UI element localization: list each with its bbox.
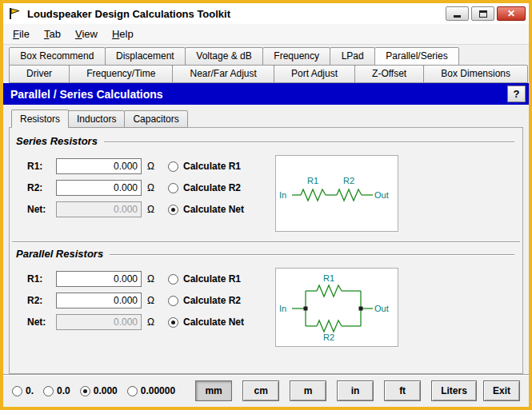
series-section-header: Series Resistors (16, 135, 514, 147)
series-r2-row: R2: Ω Calculate R2 (27, 180, 275, 196)
tab-z-offset[interactable]: Z-Offset (354, 65, 424, 83)
parallel-calc-r1-radio[interactable] (168, 274, 178, 285)
minimize-button[interactable] (446, 6, 469, 21)
unit-cm-button[interactable]: cm (242, 380, 279, 401)
series-calc-net-radio-label[interactable]: Calculate Net (183, 204, 244, 215)
series-diagram-in-label: In (279, 190, 286, 200)
parallel-r2-input[interactable] (56, 293, 142, 308)
parallel-calc-r1-radio-label[interactable]: Calculate R1 (183, 273, 241, 285)
series-diagram-out-label: Out (374, 190, 389, 200)
series-section-title: Series Resistors (16, 135, 98, 147)
sub-tabs: Resistors Inductors Capacitors (3, 105, 529, 128)
parallel-r1-label: R1: (27, 273, 56, 285)
series-calc-r2-radio[interactable] (168, 183, 178, 193)
parallel-circuit-diagram: In R1 R2 Out (275, 268, 398, 347)
tab-frequency-time[interactable]: Frequency/Time (69, 65, 173, 83)
exit-button[interactable]: Exit (483, 380, 520, 401)
parallel-section-title: Parallel Resistors (16, 248, 103, 260)
subtab-resistors[interactable]: Resistors (11, 109, 69, 128)
parallel-net-label: Net: (27, 316, 56, 328)
parallel-title-rule (110, 254, 514, 256)
series-calc-r1-radio[interactable] (168, 161, 178, 172)
precision-1-label[interactable]: 0.0 (57, 385, 70, 396)
parallel-net-input[interactable] (56, 314, 142, 330)
maximize-button[interactable] (471, 6, 494, 21)
unit-m-button[interactable]: m (290, 380, 326, 401)
precision-0-radio[interactable] (12, 386, 22, 396)
precision-option-1: 0.0 (43, 385, 70, 396)
parallel-calc-net-radio-label[interactable]: Calculate Net (183, 316, 244, 328)
precision-2-radio[interactable] (80, 386, 90, 396)
menu-tab[interactable]: Tab (37, 25, 68, 43)
tab-port-adjust[interactable]: Port Adjust (274, 65, 355, 83)
titlebar: Loudspeaker Design Calculations Toolkit … (3, 3, 529, 24)
parallel-r1-row: R1: Ω Calculate R1 (27, 271, 275, 287)
tab-box-recommend[interactable]: Box Recommend (9, 47, 106, 66)
parallel-net-unit: Ω (147, 316, 154, 328)
tab-frequency[interactable]: Frequency (262, 47, 330, 66)
tab-displacement[interactable]: Displacement (105, 47, 186, 66)
menu-file[interactable]: File (6, 25, 37, 43)
tab-near-far-adjust[interactable]: Near/Far Adjust (172, 65, 274, 83)
unit-in-button[interactable]: in (337, 380, 374, 401)
series-net-input[interactable] (56, 201, 142, 217)
precision-2-label[interactable]: 0.000 (94, 385, 118, 396)
subtab-inductors[interactable]: Inductors (68, 110, 125, 128)
menu-help[interactable]: Help (105, 25, 141, 43)
series-calc-net-radio[interactable] (168, 205, 178, 215)
precision-option-2: 0.000 (80, 385, 118, 396)
series-r2-label: R2: (27, 182, 56, 193)
maximize-icon (479, 10, 487, 18)
unit-ft-button[interactable]: ft (384, 380, 421, 401)
subtab-capacitors[interactable]: Capacitors (124, 110, 187, 128)
precision-option-0: 0. (12, 385, 34, 396)
parallel-r2-row: R2: Ω Calculate R2 (27, 293, 275, 308)
section-separator (12, 241, 520, 243)
bottom-toolbar: 0. 0.0 0.000 0.00000 mm cm m in ft Liter… (3, 374, 529, 407)
series-r2-input[interactable] (56, 180, 142, 196)
tab-driver[interactable]: Driver (9, 65, 70, 83)
series-net-row: Net: Ω Calculate Net (27, 201, 275, 217)
parallel-diagram-r2-label: R2 (323, 332, 334, 342)
series-r1-input[interactable] (56, 158, 142, 174)
tab-voltage-db[interactable]: Voltage & dB (185, 47, 263, 66)
parallel-calc-net-radio[interactable] (168, 317, 178, 328)
close-icon: ✕ (507, 9, 515, 18)
app-flag-icon (8, 7, 22, 20)
tab-row-1: Box Recommend Displacement Voltage & dB … (9, 47, 458, 66)
tab-parallel-series[interactable]: Parallel/Series (374, 47, 459, 66)
precision-0-label[interactable]: 0. (26, 385, 34, 396)
parallel-r1-input[interactable] (56, 271, 142, 287)
precision-3-radio[interactable] (127, 386, 138, 396)
parallel-diagram-r1-label: R1 (323, 273, 334, 283)
precision-3-label[interactable]: 0.00000 (141, 385, 175, 396)
parallel-calc-r2-radio-label[interactable]: Calculate R2 (183, 295, 241, 306)
series-calc-r2-radio-label[interactable]: Calculate R2 (183, 182, 241, 193)
help-button[interactable]: ? (507, 86, 526, 102)
menu-view[interactable]: View (68, 25, 105, 43)
menubar: File Tab View Help (3, 24, 529, 45)
parallel-r2-label: R2: (27, 295, 56, 306)
parallel-diagram-in-label: In (279, 304, 286, 313)
tab-lpad[interactable]: LPad (330, 47, 375, 66)
precision-1-radio[interactable] (43, 386, 54, 396)
series-calc-r1-radio-label[interactable]: Calculate R1 (183, 161, 241, 172)
series-r1-label: R1: (27, 161, 56, 172)
parallel-fields: R1: Ω Calculate R1 R2: Ω Calculate R2 Ne… (10, 268, 275, 336)
close-button[interactable]: ✕ (497, 6, 526, 21)
precision-option-3: 0.00000 (127, 385, 175, 396)
series-net-label: Net: (27, 204, 56, 215)
main-tabs: Box Recommend Displacement Voltage & dB … (3, 45, 529, 83)
series-circuit-diagram: In R1 R2 Out (275, 155, 398, 232)
unit-liters-button[interactable]: Liters (431, 380, 477, 401)
page-header: Parallel / Series Calculations ? (3, 83, 529, 105)
app-window: Loudspeaker Design Calculations Toolkit … (0, 0, 532, 410)
tab-box-dimensions[interactable]: Box Dimensions (423, 65, 528, 83)
tab-row-2: Driver Frequency/Time Near/Far Adjust Po… (9, 65, 527, 83)
unit-mm-button[interactable]: mm (195, 380, 232, 401)
parallel-r2-unit: Ω (147, 295, 154, 306)
series-diagram-r2-label: R2 (343, 176, 354, 185)
resistors-panel: Series Resistors R1: Ω Calculate R1 R2: … (9, 127, 523, 374)
parallel-calc-r2-radio[interactable] (168, 296, 178, 306)
parallel-section: R1: Ω Calculate R1 R2: Ω Calculate R2 Ne… (10, 260, 522, 350)
